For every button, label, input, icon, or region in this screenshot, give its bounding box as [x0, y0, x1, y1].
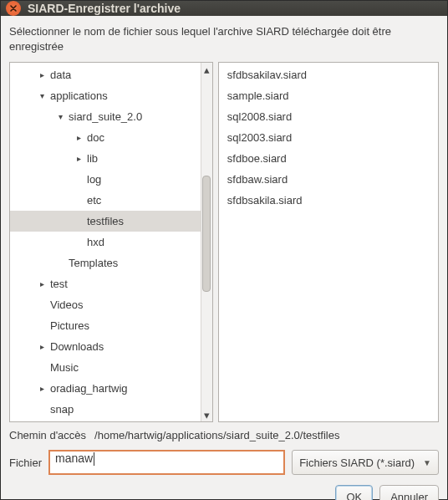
panes: ▸data▾applications▾siard_suite_2.0▸doc▸l… — [9, 62, 439, 422]
cancel-button[interactable]: Annuler — [379, 485, 439, 500]
file-item[interactable]: sfdbsakila.siard — [219, 190, 438, 211]
scroll-up-arrow[interactable]: ▴ — [201, 63, 212, 76]
tree-item-label: data — [48, 69, 71, 81]
filename-value: manaw — [55, 452, 93, 465]
tree-item-label: applications — [48, 89, 108, 102]
instruction-text: Sélectionner le nom de fichier sous lequ… — [9, 24, 439, 54]
tree-item-label: test — [48, 278, 68, 290]
file-list-pane: sfdbsakilav.siardsample.siardsql2008.sia… — [218, 62, 439, 422]
folder-tree[interactable]: ▸data▾applications▾siard_suite_2.0▸doc▸l… — [10, 63, 201, 421]
tree-item[interactable]: etc — [10, 190, 201, 211]
folder-tree-pane: ▸data▾applications▾siard_suite_2.0▸doc▸l… — [9, 62, 213, 422]
tree-item-label: doc — [85, 131, 104, 144]
path-value: /home/hartwig/applications/siard_suite_2… — [94, 429, 339, 441]
tree-item[interactable]: ▸Downloads — [10, 336, 201, 357]
tree-item-label: oradiag_hartwig — [48, 382, 128, 395]
tree-item-label: Music — [48, 361, 79, 374]
path-row: Chemin d'accès /home/hartwig/application… — [9, 429, 439, 441]
filename-wrap: Fichier manaw — [9, 450, 285, 475]
scroll-down-arrow[interactable]: ▾ — [201, 408, 212, 421]
file-item[interactable]: sample.siard — [219, 85, 438, 106]
tree-twisty-open-icon[interactable]: ▾ — [53, 112, 67, 121]
tree-item-label: etc — [85, 194, 101, 207]
tree-item[interactable]: Music — [10, 357, 201, 378]
tree-item-label: log — [85, 173, 101, 186]
tree-item[interactable]: testfiles — [10, 211, 201, 232]
tree-twisty-closed-icon[interactable]: ▸ — [35, 342, 48, 351]
filename-input[interactable]: manaw — [48, 450, 285, 475]
tree-item[interactable]: ▸lib — [10, 148, 201, 169]
tree-item-label: testfiles — [85, 215, 124, 227]
filetype-filter[interactable]: Fichiers SIARD (*.siard) ▼ — [292, 450, 439, 475]
scrollbar-thumb[interactable] — [202, 176, 211, 292]
tree-twisty-closed-icon[interactable]: ▸ — [35, 384, 48, 393]
tree-item[interactable]: ▸data — [10, 64, 201, 85]
dialog-window: SIARD-Enregistrer l'archive Sélectionner… — [0, 0, 448, 500]
close-icon — [9, 4, 18, 13]
tree-item-label: Pictures — [48, 319, 89, 332]
file-list[interactable]: sfdbsakilav.siardsample.siardsql2008.sia… — [219, 63, 438, 421]
close-button[interactable] — [6, 1, 21, 16]
tree-twisty-closed-icon[interactable]: ▸ — [35, 70, 48, 79]
file-item[interactable]: sfdbaw.siard — [219, 169, 438, 190]
ok-button[interactable]: OK — [335, 485, 373, 500]
tree-item[interactable]: Videos — [10, 294, 201, 315]
tree-item[interactable]: ▾applications — [10, 85, 201, 106]
file-item[interactable]: sql2008.siard — [219, 106, 438, 127]
tree-item-label: Downloads — [48, 340, 104, 353]
file-item[interactable]: sql2003.siard — [219, 127, 438, 148]
text-caret — [94, 452, 94, 466]
chevron-down-icon: ▼ — [415, 458, 431, 467]
tree-item[interactable]: Templates — [10, 253, 201, 273]
tree-item-label: Videos — [48, 298, 84, 311]
tree-twisty-closed-icon[interactable]: ▸ — [72, 133, 85, 142]
dialog-footer: OK Annuler — [9, 485, 439, 500]
tree-twisty-closed-icon[interactable]: ▸ — [72, 154, 85, 163]
tree-item-label: lib — [85, 152, 98, 165]
tree-scrollbar[interactable]: ▴ ▾ — [201, 63, 212, 421]
file-item[interactable]: sfdbsakilav.siard — [219, 64, 438, 85]
titlebar: SIARD-Enregistrer l'archive — [1, 1, 447, 16]
tree-twisty-closed-icon[interactable]: ▸ — [35, 279, 48, 288]
tree-item[interactable]: Pictures — [10, 315, 201, 336]
file-item[interactable]: sfdboe.siard — [219, 148, 438, 169]
dialog-body: Sélectionner le nom de fichier sous lequ… — [1, 16, 447, 500]
tree-item[interactable]: ▸oradiag_hartwig — [10, 378, 201, 399]
tree-item[interactable]: ▸doc — [10, 127, 201, 148]
filename-row: Fichier manaw Fichiers SIARD (*.siard) ▼ — [9, 450, 439, 475]
path-label: Chemin d'accès — [9, 429, 86, 441]
window-title: SIARD-Enregistrer l'archive — [28, 2, 181, 15]
tree-item-label: siard_suite_2.0 — [67, 110, 142, 123]
tree-item-label: hxd — [85, 236, 104, 248]
tree-item[interactable]: ▸test — [10, 273, 201, 294]
filename-label: Fichier — [9, 457, 42, 469]
tree-item[interactable]: hxd — [10, 232, 201, 253]
scroll-track[interactable] — [201, 76, 212, 408]
tree-item[interactable]: snap — [10, 399, 201, 420]
tree-item[interactable]: log — [10, 169, 201, 190]
filetype-filter-label: Fichiers SIARD (*.siard) — [299, 457, 415, 469]
tree-item-label: snap — [48, 403, 74, 416]
tree-twisty-open-icon[interactable]: ▾ — [35, 91, 48, 100]
tree-item[interactable]: ▾siard_suite_2.0 — [10, 106, 201, 127]
tree-item-label: Templates — [67, 257, 118, 269]
